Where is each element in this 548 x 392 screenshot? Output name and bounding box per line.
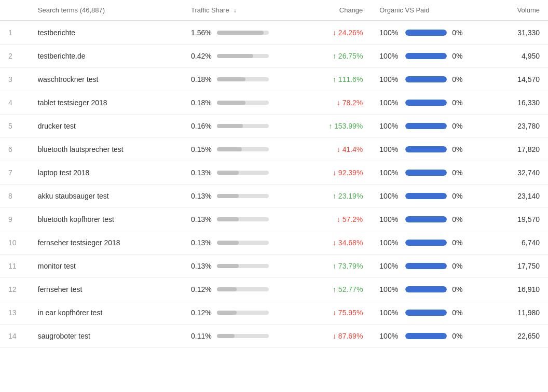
organic-percentage: 100% <box>379 169 400 177</box>
table-row: 1 testberichte 1.56% 24.26% 100% 0% 31,3… <box>0 21 548 45</box>
organic-bar-fill <box>405 123 447 129</box>
organic-bar-background <box>405 263 447 269</box>
change-arrow: 34.68% <box>333 239 363 247</box>
cell-organic: 100% 0% <box>371 208 489 231</box>
cell-volume: 22,650 <box>489 325 548 348</box>
organic-bar-background <box>405 193 447 199</box>
cell-num: 11 <box>0 255 30 278</box>
cell-term: drucker test <box>30 115 183 138</box>
traffic-bar-fill <box>217 77 245 81</box>
table-row: 12 fernseher test 0.12% 52.77% 100% 0% 1… <box>0 278 548 301</box>
paid-percentage: 0% <box>452 262 465 270</box>
cell-change: 41.4% <box>300 138 371 161</box>
cell-term: fernseher test <box>30 278 183 301</box>
traffic-bar-fill <box>217 217 239 221</box>
sort-icon: ↓ <box>234 7 237 14</box>
traffic-bar-fill <box>217 171 239 175</box>
paid-percentage: 0% <box>452 29 465 37</box>
organic-bar-fill <box>405 53 447 59</box>
cell-volume: 16,330 <box>489 91 548 115</box>
change-arrow: 78.2% <box>337 99 363 107</box>
cell-change: 23.19% <box>300 185 371 208</box>
cell-organic: 100% 0% <box>371 325 489 348</box>
cell-volume: 14,570 <box>489 68 548 91</box>
cell-organic: 100% 0% <box>371 68 489 91</box>
change-arrow: 111.6% <box>333 75 363 83</box>
cell-organic: 100% 0% <box>371 185 489 208</box>
paid-percentage: 0% <box>452 52 465 60</box>
cell-change: 24.26% <box>300 21 371 45</box>
organic-percentage: 100% <box>379 122 400 130</box>
organic-percentage: 100% <box>379 52 400 60</box>
cell-num: 8 <box>0 185 30 208</box>
traffic-bar-background <box>217 217 269 221</box>
organic-bar-background <box>405 30 447 36</box>
cell-traffic: 0.13% <box>183 208 300 231</box>
header-num <box>0 0 30 21</box>
traffic-bar-background <box>217 311 269 315</box>
cell-change: 75.95% <box>300 301 371 325</box>
cell-change: 52.77% <box>300 278 371 301</box>
organic-percentage: 100% <box>379 99 400 107</box>
cell-term: waschtrockner test <box>30 68 183 91</box>
cell-volume: 19,570 <box>489 208 548 231</box>
table-row: 9 bluetooth kopfhörer test 0.13% 57.2% 1… <box>0 208 548 231</box>
cell-num: 3 <box>0 68 30 91</box>
organic-percentage: 100% <box>379 239 400 247</box>
cell-traffic: 0.13% <box>183 231 300 255</box>
table-row: 7 laptop test 2018 0.13% 92.39% 100% 0% … <box>0 161 548 185</box>
change-arrow: 52.77% <box>333 285 363 293</box>
change-arrow: 75.95% <box>333 309 363 317</box>
cell-organic: 100% 0% <box>371 45 489 68</box>
cell-change: 153.99% <box>300 115 371 138</box>
organic-bar-background <box>405 240 447 246</box>
cell-traffic: 0.18% <box>183 91 300 115</box>
traffic-bar-background <box>217 171 269 175</box>
table-row: 11 monitor test 0.13% 73.79% 100% 0% 17,… <box>0 255 548 278</box>
header-terms: Search terms (46,887) <box>30 0 183 21</box>
traffic-bar-background <box>217 194 269 198</box>
cell-volume: 17,820 <box>489 138 548 161</box>
organic-bar-fill <box>405 310 447 316</box>
traffic-bar-background <box>217 264 269 268</box>
cell-num: 2 <box>0 45 30 68</box>
traffic-bar-background <box>217 124 269 128</box>
cell-term: akku staubsauger test <box>30 185 183 208</box>
change-arrow: 87.69% <box>333 332 363 340</box>
cell-organic: 100% 0% <box>371 138 489 161</box>
paid-percentage: 0% <box>452 145 465 153</box>
traffic-percentage: 0.12% <box>191 309 212 317</box>
organic-bar-fill <box>405 193 447 199</box>
search-terms-table: Search terms (46,887) Traffic Share ↓ Ch… <box>0 0 548 348</box>
traffic-percentage: 0.42% <box>191 52 212 60</box>
header-traffic[interactable]: Traffic Share ↓ <box>183 0 300 21</box>
table-body: 1 testberichte 1.56% 24.26% 100% 0% 31,3… <box>0 21 548 348</box>
cell-traffic: 0.12% <box>183 301 300 325</box>
traffic-percentage: 1.56% <box>191 29 212 37</box>
traffic-percentage: 0.15% <box>191 145 212 153</box>
organic-bar-fill <box>405 30 447 36</box>
cell-num: 7 <box>0 161 30 185</box>
paid-percentage: 0% <box>452 309 465 317</box>
traffic-percentage: 0.13% <box>191 262 212 270</box>
organic-bar-background <box>405 146 447 152</box>
cell-traffic: 0.16% <box>183 115 300 138</box>
traffic-percentage: 0.13% <box>191 192 212 200</box>
paid-percentage: 0% <box>452 122 465 130</box>
organic-bar-background <box>405 216 447 222</box>
table-row: 3 waschtrockner test 0.18% 111.6% 100% 0… <box>0 68 548 91</box>
organic-bar-fill <box>405 263 447 269</box>
organic-bar-background <box>405 310 447 316</box>
cell-organic: 100% 0% <box>371 161 489 185</box>
organic-bar-fill <box>405 286 447 292</box>
traffic-percentage: 0.11% <box>191 332 212 340</box>
traffic-bar-background <box>217 241 269 245</box>
organic-bar-fill <box>405 76 447 82</box>
table-header-row: Search terms (46,887) Traffic Share ↓ Ch… <box>0 0 548 21</box>
cell-num: 12 <box>0 278 30 301</box>
traffic-percentage: 0.13% <box>191 169 212 177</box>
paid-percentage: 0% <box>452 169 465 177</box>
change-arrow: 57.2% <box>337 215 363 223</box>
organic-bar-fill <box>405 146 447 152</box>
cell-num: 9 <box>0 208 30 231</box>
